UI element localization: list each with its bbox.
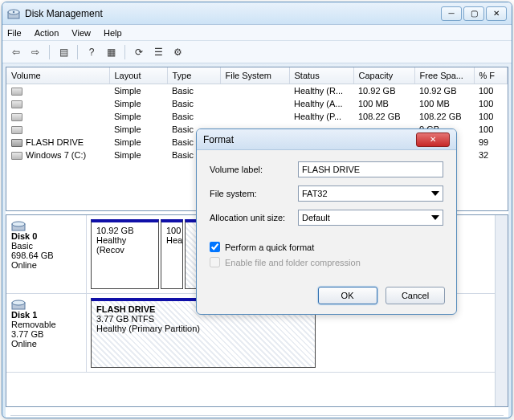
svg-point-6 — [12, 300, 25, 305]
view-settings-button[interactable]: ▦ — [102, 43, 120, 61]
ok-button[interactable]: OK — [318, 287, 377, 304]
dialog-close-button[interactable]: ✕ — [416, 133, 450, 147]
refresh-button[interactable]: ⟳ — [130, 43, 148, 61]
volume-icon — [11, 126, 22, 134]
disk-icon — [11, 220, 26, 231]
minimize-button[interactable]: ─ — [441, 6, 462, 21]
table-row[interactable]: SimpleBasicHealthy (P...108.22 GB108.22 … — [6, 110, 508, 123]
volume-icon — [11, 152, 22, 160]
volume-icon — [11, 139, 22, 147]
col-volume[interactable]: Volume — [6, 67, 109, 84]
menubar: File Action View Help — [2, 25, 512, 41]
back-button[interactable]: ⇦ — [7, 43, 25, 61]
disk-management-icon — [7, 7, 20, 20]
properties-button[interactable]: ⚙ — [169, 43, 186, 61]
volume-icon — [11, 100, 22, 108]
menu-view[interactable]: View — [71, 28, 91, 38]
menu-file[interactable]: File — [7, 28, 22, 38]
col-type[interactable]: Type — [167, 67, 220, 84]
menu-action[interactable]: Action — [35, 28, 59, 38]
partition[interactable]: 100Hea — [161, 219, 183, 289]
file-system-label: File system: — [210, 189, 298, 198]
col-free[interactable]: Free Spa... — [414, 67, 474, 84]
maximize-button[interactable]: ▢ — [463, 6, 484, 21]
toolbar: ⇦ ⇨ ▤ ? ▦ ⟳ ☰ ⚙ — [2, 41, 512, 63]
dialog-titlebar[interactable]: Format ✕ — [197, 129, 456, 150]
svg-point-2 — [13, 10, 14, 12]
scrollbar[interactable] — [495, 215, 508, 406]
volume-label-input[interactable] — [298, 161, 443, 177]
table-row[interactable]: SimpleBasicHealthy (R...10.92 GB10.92 GB… — [6, 84, 508, 97]
close-button[interactable]: ✕ — [486, 6, 507, 21]
compression-checkbox — [210, 257, 220, 267]
legend: Unallocated Primary partition Extended p… — [10, 415, 504, 418]
dialog-title: Format — [203, 134, 234, 145]
compression-label: Enable file and folder compression — [225, 258, 361, 267]
menu-help[interactable]: Help — [104, 28, 122, 38]
volume-label-label: Volume label: — [210, 165, 298, 174]
help-button[interactable]: ? — [83, 43, 100, 61]
cancel-button[interactable]: Cancel — [386, 287, 445, 304]
col-pct[interactable]: % F — [474, 67, 508, 84]
forward-button[interactable]: ⇨ — [27, 43, 44, 61]
col-capacity[interactable]: Capacity — [353, 67, 414, 84]
quick-format-checkbox[interactable] — [210, 242, 220, 252]
titlebar[interactable]: Disk Management ─ ▢ ✕ — [2, 2, 512, 25]
col-layout[interactable]: Layout — [109, 67, 167, 84]
table-row[interactable]: SimpleBasicHealthy (A...100 MB100 MB100 — [6, 97, 508, 110]
window-title: Disk Management — [25, 8, 441, 19]
rescan-button[interactable]: ☰ — [149, 43, 167, 61]
svg-point-4 — [12, 222, 25, 226]
quick-format-label: Perform a quick format — [225, 243, 314, 252]
partition[interactable]: 10.92 GBHealthy (Recov — [91, 219, 159, 289]
volume-icon — [11, 113, 22, 121]
show-hide-button[interactable]: ▤ — [55, 43, 72, 61]
disk-icon — [11, 299, 26, 310]
format-dialog: Format ✕ Volume label: File system: FAT3… — [196, 128, 457, 315]
allocation-size-label: Allocation unit size: — [210, 213, 298, 222]
file-system-select[interactable]: FAT32 — [298, 186, 443, 202]
volume-icon — [11, 88, 22, 96]
col-fs[interactable]: File System — [220, 67, 289, 84]
allocation-size-select[interactable]: Default — [298, 210, 443, 226]
col-status[interactable]: Status — [289, 67, 353, 84]
